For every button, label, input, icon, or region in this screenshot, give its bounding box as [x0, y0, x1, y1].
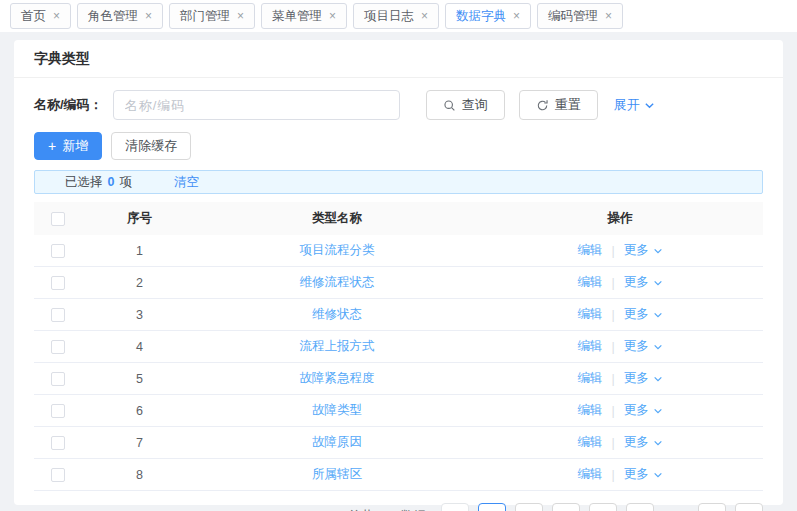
edit-link[interactable]: 编辑 [577, 274, 602, 291]
header-index: 序号 [82, 210, 197, 227]
row-checkbox[interactable] [51, 372, 65, 386]
edit-link[interactable]: 编辑 [577, 242, 602, 259]
table-row: 5 故障紧急程度 编辑 | 更多 [34, 363, 763, 395]
query-button-label: 查询 [462, 96, 488, 114]
close-icon[interactable]: × [237, 10, 244, 22]
action-divider: | [611, 436, 614, 450]
close-icon[interactable]: × [421, 10, 428, 22]
page-button-1[interactable]: 1 [478, 503, 506, 511]
row-index: 4 [82, 340, 197, 354]
more-link[interactable]: 更多 [624, 338, 663, 355]
edit-link[interactable]: 编辑 [577, 338, 602, 355]
type-name-link[interactable]: 维修状态 [312, 307, 362, 321]
table-row: 8 所属辖区 编辑 | 更多 [34, 459, 763, 491]
chevron-down-icon [653, 310, 663, 320]
row-checkbox[interactable] [51, 340, 65, 354]
close-icon[interactable]: × [329, 10, 336, 22]
row-checkbox[interactable] [51, 436, 65, 450]
clear-selection-link[interactable]: 清空 [174, 174, 199, 191]
type-name-link[interactable]: 故障紧急程度 [300, 371, 375, 385]
close-icon[interactable]: × [605, 10, 612, 22]
query-button[interactable]: 查询 [426, 90, 505, 120]
tab[interactable]: 编码管理 × [537, 3, 623, 29]
more-link[interactable]: 更多 [624, 370, 663, 387]
chevron-down-icon [653, 342, 663, 352]
page-button-13[interactable]: 13 [698, 503, 726, 511]
chevron-down-icon [653, 406, 663, 416]
search-form: 名称/编码： 查询 重置 展开 [34, 90, 763, 120]
more-link-label: 更多 [624, 466, 649, 483]
row-checkbox[interactable] [51, 468, 65, 482]
selected-prefix: 已选择 [65, 174, 103, 191]
edit-link[interactable]: 编辑 [577, 402, 602, 419]
close-icon[interactable]: × [513, 10, 520, 22]
chevron-down-icon [653, 470, 663, 480]
reset-button[interactable]: 重置 [519, 90, 598, 120]
table-header: 序号 类型名称 操作 [34, 202, 763, 235]
page-button-3[interactable]: 3 [552, 503, 580, 511]
type-name-link[interactable]: 项目流程分类 [300, 243, 375, 257]
clear-cache-button[interactable]: 清除缓存 [111, 132, 191, 160]
page-button-4[interactable]: 4 [589, 503, 617, 511]
selected-suffix: 项 [119, 174, 132, 191]
type-name-link[interactable]: 流程上报方式 [300, 339, 375, 353]
action-divider: | [611, 372, 614, 386]
more-link-label: 更多 [624, 274, 649, 291]
close-icon[interactable]: × [53, 10, 60, 22]
more-link-label: 更多 [624, 306, 649, 323]
chevron-down-icon [653, 246, 663, 256]
edit-link[interactable]: 编辑 [577, 306, 602, 323]
more-link-label: 更多 [624, 338, 649, 355]
next-page-button[interactable]: > [735, 503, 763, 511]
type-name-link[interactable]: 维修流程状态 [300, 275, 375, 289]
search-input[interactable] [113, 90, 400, 120]
action-divider: | [611, 404, 614, 418]
more-link[interactable]: 更多 [624, 274, 663, 291]
type-name-link[interactable]: 故障原因 [312, 435, 362, 449]
tab-bar: 首页 × 角色管理 × 部门管理 × 菜单管理 × 项目日志 × 数据字典 × … [0, 0, 797, 32]
tab[interactable]: 项目日志 × [353, 3, 439, 29]
type-name-link[interactable]: 所属辖区 [312, 467, 362, 481]
chevron-down-icon [653, 438, 663, 448]
action-divider: | [611, 308, 614, 322]
more-link[interactable]: 更多 [624, 306, 663, 323]
more-link[interactable]: 更多 [624, 242, 663, 259]
prev-page-button[interactable]: < [441, 503, 469, 511]
chevron-down-icon [644, 100, 655, 111]
more-link[interactable]: 更多 [624, 466, 663, 483]
pagination: 总共 104 数据 < 12345···13 > [34, 503, 763, 511]
table-row: 6 故障类型 编辑 | 更多 [34, 395, 763, 427]
dict-type-panel: 字典类型 名称/编码： 查询 重置 展开 + 新增 清除缓存 [14, 40, 783, 505]
more-link-label: 更多 [624, 434, 649, 451]
page-title: 字典类型 [14, 40, 783, 78]
tab[interactable]: 菜单管理 × [261, 3, 347, 29]
tab-label: 编码管理 [548, 8, 598, 25]
expand-link[interactable]: 展开 [614, 96, 655, 114]
row-checkbox[interactable] [51, 308, 65, 322]
plus-icon: + [48, 139, 56, 153]
row-index: 6 [82, 404, 197, 418]
edit-link[interactable]: 编辑 [577, 466, 602, 483]
more-link[interactable]: 更多 [624, 402, 663, 419]
page-button-2[interactable]: 2 [515, 503, 543, 511]
more-link[interactable]: 更多 [624, 434, 663, 451]
edit-link[interactable]: 编辑 [577, 434, 602, 451]
row-checkbox[interactable] [51, 244, 65, 258]
tab[interactable]: 部门管理 × [169, 3, 255, 29]
close-icon[interactable]: × [145, 10, 152, 22]
row-checkbox[interactable] [51, 404, 65, 418]
action-divider: | [611, 276, 614, 290]
row-checkbox[interactable] [51, 276, 65, 290]
add-button[interactable]: + 新增 [34, 132, 102, 160]
tab[interactable]: 角色管理 × [77, 3, 163, 29]
select-all-checkbox[interactable] [51, 212, 65, 226]
edit-link[interactable]: 编辑 [577, 370, 602, 387]
page-button-5[interactable]: 5 [626, 503, 654, 511]
row-index: 2 [82, 276, 197, 290]
search-icon [443, 99, 456, 112]
tab[interactable]: 首页 × [10, 3, 71, 29]
tab[interactable]: 数据字典 × [445, 3, 531, 29]
selection-bar: 已选择 0 项 清空 [34, 170, 763, 194]
chevron-down-icon [653, 374, 663, 384]
type-name-link[interactable]: 故障类型 [312, 403, 362, 417]
